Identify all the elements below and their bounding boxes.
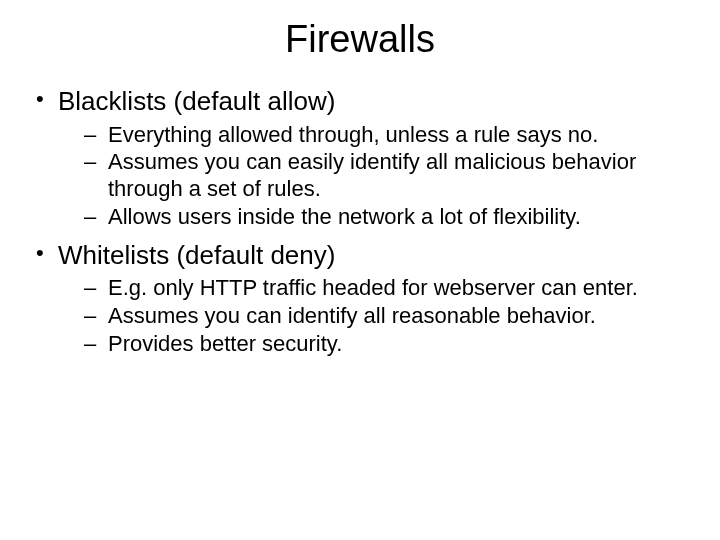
sub-bullet-item: Allows users inside the network a lot of… (58, 204, 690, 231)
sub-bullet-list: E.g. only HTTP traffic headed for webser… (58, 275, 690, 357)
sub-bullet-item: E.g. only HTTP traffic headed for webser… (58, 275, 690, 302)
sub-bullet-item: Assumes you can easily identify all mali… (58, 149, 690, 203)
slide-title: Firewalls (30, 18, 690, 61)
sub-bullet-item: Provides better security. (58, 331, 690, 358)
section-heading-text: Blacklists (default allow) (58, 86, 335, 116)
bullet-list: Blacklists (default allow) Everything al… (30, 85, 690, 358)
sub-bullet-item: Assumes you can identify all reasonable … (58, 303, 690, 330)
sub-bullet-list: Everything allowed through, unless a rul… (58, 122, 690, 231)
section-heading-text: Whitelists (default deny) (58, 240, 335, 270)
sub-bullet-item: Everything allowed through, unless a rul… (58, 122, 690, 149)
section-heading: Blacklists (default allow) Everything al… (30, 85, 690, 231)
section-heading: Whitelists (default deny) E.g. only HTTP… (30, 239, 690, 358)
slide: Firewalls Blacklists (default allow) Eve… (0, 0, 720, 540)
